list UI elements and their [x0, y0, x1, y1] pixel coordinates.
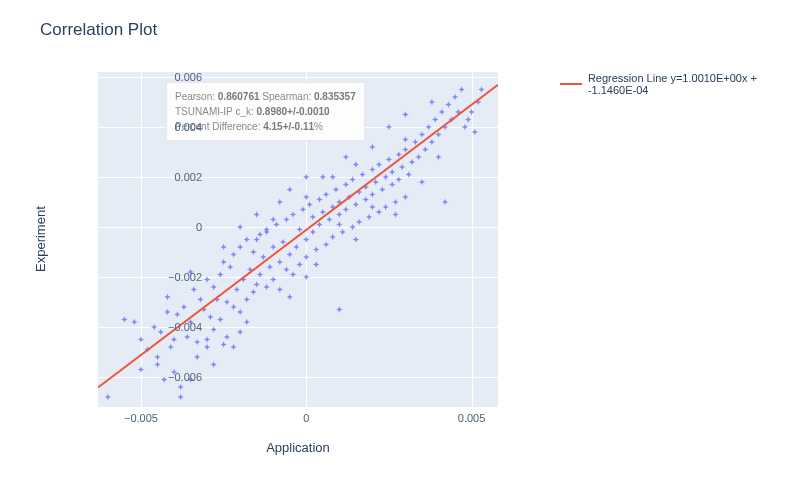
x-tick: −0.005 [124, 412, 158, 424]
x-tick: 0.005 [458, 412, 486, 424]
chart-container: Pearson: 0.860761 Spearman: 0.835357 TSU… [40, 70, 550, 470]
y-tick: 0 [152, 221, 202, 233]
y-axis-label: Experiment [30, 72, 50, 407]
x-tick: 0 [303, 412, 309, 424]
page-title: Correlation Plot [40, 20, 157, 40]
y-tick: 0.004 [152, 121, 202, 133]
y-tick: 0.006 [152, 71, 202, 83]
y-tick: −0.002 [152, 271, 202, 283]
y-tick: 0.002 [152, 171, 202, 183]
x-axis-label: Application [98, 440, 498, 455]
legend-swatch [560, 83, 582, 85]
y-tick: −0.006 [152, 371, 202, 383]
y-tick: −0.004 [152, 321, 202, 333]
legend[interactable]: Regression Line y=1.0010E+00x + -1.1460E… [560, 72, 800, 96]
legend-label: Regression Line y=1.0010E+00x + -1.1460E… [588, 72, 800, 96]
